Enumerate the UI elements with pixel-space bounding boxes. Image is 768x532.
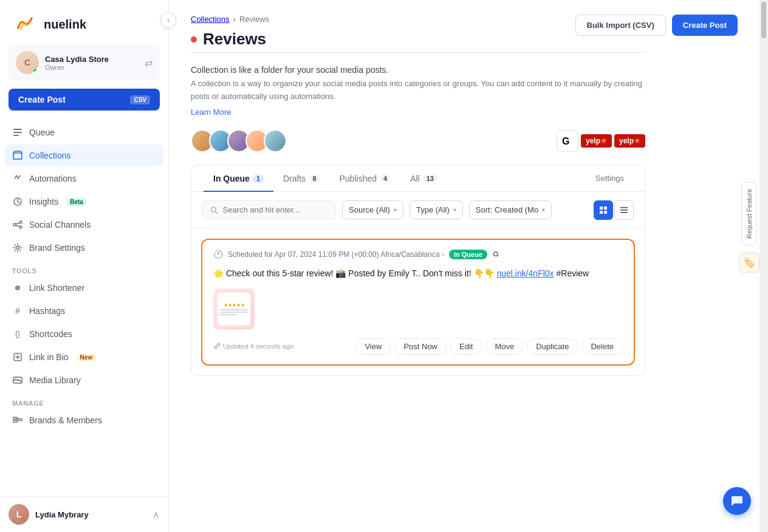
svg-rect-13 (13, 417, 17, 419)
insights-label: Insights (29, 197, 58, 206)
tab-drafts[interactable]: Drafts 8 (273, 165, 329, 192)
learn-more-link[interactable]: Learn More (191, 107, 231, 117)
recycle-icon: ♻ (492, 250, 499, 259)
post-schedule-text: Scheduled for Apr 07, 2024 11:09 PM (+00… (228, 250, 444, 259)
social-channels-icon (12, 219, 23, 230)
tabs-header: In Queue 1 Drafts 8 Published 4 All 13 S… (191, 165, 645, 192)
yelp-logo-2: yelp★ (614, 134, 645, 148)
svg-text:G: G (562, 136, 569, 146)
list-view-button[interactable] (614, 200, 634, 220)
svg-rect-14 (13, 420, 17, 422)
edit-button[interactable]: Edit (450, 338, 482, 355)
sidebar-item-media-library[interactable]: Media Library (5, 369, 163, 391)
in-queue-count: 1 (253, 174, 264, 183)
sidebar-footer[interactable]: L Lydia Mybrary ∧ (0, 496, 168, 532)
breadcrumb-collections[interactable]: Collections (191, 15, 230, 24)
type-filter[interactable]: Type (All) ▾ (410, 200, 463, 219)
view-button[interactable]: View (355, 338, 391, 355)
move-button[interactable]: Move (485, 338, 523, 355)
sidebar-item-shortcodes[interactable]: {} Shortcodes (5, 323, 163, 345)
brand-name: nuelink (44, 18, 86, 32)
all-count: 13 (423, 174, 437, 183)
collection-intro: Collection is like a folder for your soc… (191, 65, 645, 75)
link-shortener-label: Link Shortener (29, 283, 84, 293)
post-card: 🕐 Scheduled for Apr 07, 2024 11:09 PM (+… (201, 239, 635, 366)
bulk-import-button[interactable]: Bulk Import (CSV) (575, 15, 666, 36)
svg-rect-26 (620, 207, 628, 208)
sidebar-item-link-shortener[interactable]: Link Shortener (5, 277, 163, 299)
feature-icon[interactable]: 🏷️ (739, 253, 759, 273)
tab-all[interactable]: All 13 (400, 165, 447, 192)
account-switch-btn[interactable]: ⇄ (145, 57, 153, 69)
collection-description: A collection is a way to organize your s… (191, 78, 645, 103)
search-box (202, 200, 336, 219)
manage-section-label: MANAGE (5, 392, 163, 409)
sidebar-item-brands-members[interactable]: Brands & Members (5, 409, 163, 431)
svg-rect-28 (620, 212, 628, 213)
sidebar-item-link-in-bio[interactable]: Link in Bio New (5, 346, 163, 368)
queue-icon (12, 127, 23, 138)
post-now-button[interactable]: Post Now (394, 338, 447, 355)
svg-rect-3 (13, 135, 19, 136)
clock-icon: 🕐 (213, 250, 223, 259)
integration-logos: G yelp★ yelp★ (557, 130, 645, 152)
breadcrumb-separator: › (233, 15, 236, 24)
create-post-header-button[interactable]: Create Post (672, 15, 738, 36)
sidebar-item-brand-settings[interactable]: Brand Settings (5, 237, 163, 259)
post-link[interactable]: nuel.ink/4nFl0x (496, 268, 554, 278)
tab-settings-button[interactable]: Settings (587, 169, 633, 188)
sidebar-item-collections[interactable]: Collections (5, 145, 163, 166)
breadcrumb-current: Reviews (239, 15, 269, 24)
scroll-thumb[interactable] (761, 2, 766, 38)
tab-published[interactable]: Published 4 (330, 165, 401, 192)
create-post-button[interactable]: Create Post CSV (9, 89, 160, 111)
source-filter-label: Source (All) (349, 205, 390, 214)
post-image-thumbnail: ★★★★★ (218, 293, 250, 326)
post-meta: 🕐 Scheduled for Apr 07, 2024 11:09 PM (+… (213, 250, 623, 259)
create-post-label: Create Post (18, 95, 66, 104)
sort-chevron-icon: ▾ (542, 206, 545, 213)
post-hashtag: #Review (557, 268, 589, 278)
collections-label: Collections (29, 151, 70, 160)
source-filter[interactable]: Source (All) ▾ (342, 200, 403, 219)
media-library-label: Media Library (29, 375, 81, 385)
scroll-track[interactable] (759, 0, 768, 532)
request-feature-panel: Request Feature 🏷️ (739, 182, 759, 273)
post-updated: Updated 4 seconds ago (213, 343, 293, 350)
published-count: 4 (380, 174, 391, 183)
tab-in-queue[interactable]: In Queue 1 (204, 165, 273, 192)
sidebar-item-queue[interactable]: Queue (5, 121, 163, 143)
shortcodes-label: Shortcodes (29, 329, 72, 339)
link-in-bio-icon (12, 352, 23, 363)
collections-icon (12, 150, 23, 161)
source-chevron-icon: ▾ (394, 206, 397, 213)
duplicate-button[interactable]: Duplicate (527, 338, 578, 355)
svg-rect-1 (13, 129, 22, 130)
beta-badge: Beta (67, 198, 86, 206)
shortcodes-icon: {} (12, 329, 23, 339)
svg-line-21 (215, 211, 217, 213)
request-feature-text[interactable]: Request Feature (741, 182, 757, 245)
collection-info: Collection is like a folder for your soc… (191, 52, 645, 117)
sidebar-collapse-btn[interactable]: ‹ (160, 12, 176, 28)
in-queue-badge: In Queue (449, 250, 487, 259)
svg-rect-25 (604, 211, 607, 214)
text-preview-lines (220, 309, 248, 315)
svg-rect-15 (18, 419, 22, 421)
chat-bubble[interactable] (723, 487, 751, 515)
grid-view-button[interactable] (594, 200, 613, 220)
search-input[interactable] (223, 205, 328, 214)
sidebar-item-hashtags[interactable]: # Hashtags (5, 300, 163, 322)
sidebar-item-social-channels[interactable]: Social Channels (5, 214, 163, 236)
type-chevron-icon: ▾ (453, 206, 456, 213)
post-footer: Updated 4 seconds ago View Post Now Edit… (213, 338, 623, 355)
footer-chevron-icon: ∧ (153, 509, 160, 520)
footer-avatar: L (9, 504, 29, 525)
account-info-card[interactable]: C Casa Lydia Store Owner ⇄ (9, 45, 160, 80)
sidebar-item-insights[interactable]: Insights Beta (5, 191, 163, 213)
link-shortener-icon (12, 282, 23, 293)
delete-button[interactable]: Delete (581, 338, 623, 355)
page-title: Reviews (203, 30, 266, 49)
sort-filter[interactable]: Sort: Created (Mo ▾ (469, 200, 552, 219)
sidebar-item-automations[interactable]: Automations (5, 168, 163, 189)
